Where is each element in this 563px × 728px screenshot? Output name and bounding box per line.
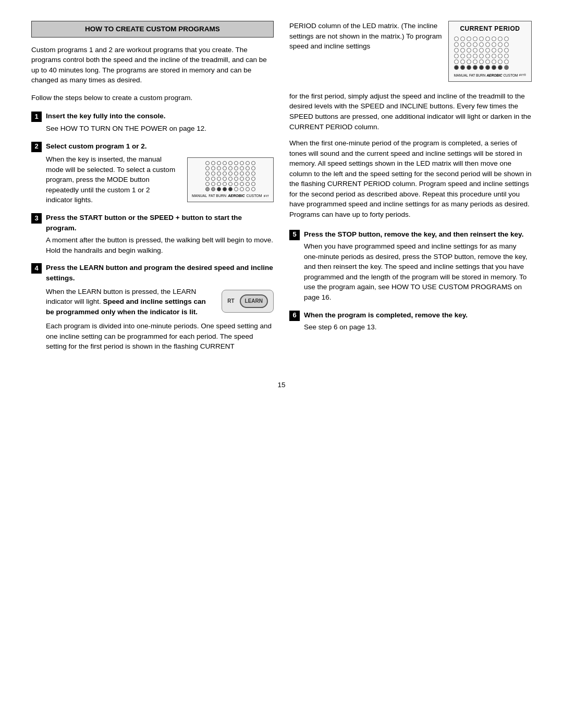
step-6-content: When the program is completed, remove th… xyxy=(304,310,532,332)
period-intro-text: PERIOD column of the LED matrix. (The in… xyxy=(289,21,442,86)
step-3: 3 Press the START button or the SPEED + … xyxy=(31,213,274,255)
right-col-top: PERIOD column of the LED matrix. (The in… xyxy=(289,21,532,86)
section-title: HOW TO CREATE CUSTOM PROGRAMS xyxy=(31,21,274,38)
learn-button-diagram: RT LEARN xyxy=(222,290,274,313)
current-period-box: CURRENT PERIOD xyxy=(448,21,532,82)
step-2: 2 Select custom program 1 or 2. When the… xyxy=(31,141,274,206)
step-2-number: 2 xyxy=(31,142,42,152)
step-2-content: Select custom program 1 or 2. When the k… xyxy=(46,141,274,206)
learn-button: LEARN xyxy=(240,294,268,309)
current-period-matrix: MANUAL FAT BURN AEROBIC CUSTOM iFIT® xyxy=(454,36,526,78)
left-column: HOW TO CREATE CUSTOM PROGRAMS Custom pro… xyxy=(31,21,274,359)
led-matrix-diagram: MANUAL FAT BURN AEROBIC CUSTOM iFIT xyxy=(187,157,274,202)
period-body2: When the first one-minute period of the … xyxy=(289,138,532,220)
step-2-with-image: When the key is inserted, the manual mod… xyxy=(46,154,274,205)
step-4-title: Press the LEARN button and program the d… xyxy=(46,263,274,283)
step-4-text: When the LEARN button is pressed, the LE… xyxy=(46,287,211,317)
step-4-content: Press the LEARN button and program the d… xyxy=(46,263,274,352)
step-5-title: Press the STOP button, remove the key, a… xyxy=(304,229,532,240)
step-5: 5 Press the STOP button, remove the key,… xyxy=(289,229,532,303)
step-6-body: See step 6 on page 13. xyxy=(304,322,532,332)
step-5-body: When you have programmed speed and incli… xyxy=(304,241,532,302)
step-1-content: Insert the key fully into the console. S… xyxy=(46,111,274,133)
step-5-content: Press the STOP button, remove the key, a… xyxy=(304,229,532,303)
step-3-body: A moment after the button is pressed, th… xyxy=(46,235,274,255)
step-1-number: 1 xyxy=(31,112,42,122)
step-4-number: 4 xyxy=(31,263,42,274)
step-6-number: 6 xyxy=(289,311,300,321)
step-4: 4 Press the LEARN button and program the… xyxy=(31,263,274,352)
period-body: for the first period, simply adjust the … xyxy=(289,91,532,132)
intro-paragraph: Custom programs 1 and 2 are workout prog… xyxy=(31,45,274,85)
step-1-body: See HOW TO TURN ON THE POWER on page 12. xyxy=(46,124,274,134)
right-column: PERIOD column of the LED matrix. (The in… xyxy=(289,21,532,359)
step-3-number: 3 xyxy=(31,213,42,224)
step-1: 1 Insert the key fully into the console.… xyxy=(31,111,274,133)
cp-label-row: MANUAL FAT BURN AEROBIC CUSTOM iFIT® xyxy=(454,73,526,78)
page-number: 15 xyxy=(31,380,532,390)
current-period-title: CURRENT PERIOD xyxy=(454,24,526,33)
step-2-title: Select custom program 1 or 2. xyxy=(46,141,274,152)
step-4-body-after: Each program is divided into one-minute … xyxy=(46,321,274,352)
step-1-title: Insert the key fully into the console. xyxy=(46,111,274,121)
step-4-with-image: When the LEARN button is pressed, the LE… xyxy=(46,287,274,317)
matrix-footer: MANUAL FAT BURN AEROBIC CUSTOM iFIT xyxy=(192,193,269,199)
step-3-title: Press the START button or the SPEED + bu… xyxy=(46,213,274,233)
rt-label: RT xyxy=(227,298,234,305)
step-6: 6 When the program is completed, remove … xyxy=(289,310,532,332)
step-5-number: 5 xyxy=(289,230,300,240)
step-2-text: When the key is inserted, the manual mod… xyxy=(46,154,177,205)
follow-text: Follow the steps below to create a custo… xyxy=(31,93,274,103)
step-3-content: Press the START button or the SPEED + bu… xyxy=(46,213,274,255)
step-6-title: When the program is completed, remove th… xyxy=(304,310,532,320)
